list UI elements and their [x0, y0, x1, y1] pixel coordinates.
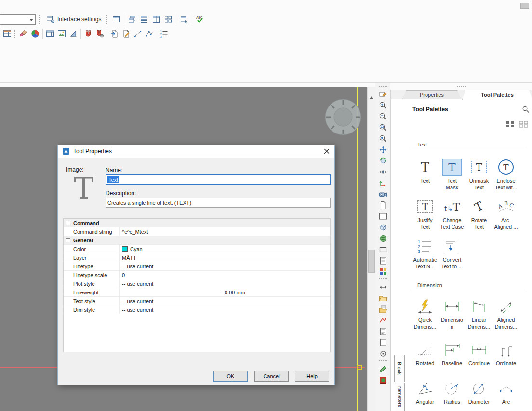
- folder-open-icon[interactable]: [379, 294, 387, 303]
- axes-icon[interactable]: [379, 179, 387, 187]
- tool-automatic-text-numbering[interactable]: 1 2 3 Automatic Text N...: [412, 236, 439, 270]
- toolbar-separator-handle[interactable]: [379, 360, 387, 362]
- toolbar-drag-handle[interactable]: [39, 15, 41, 24]
- spell-check-icon[interactable]: ABC: [196, 15, 204, 24]
- property-row-text-style[interactable]: Text style -- use current: [64, 297, 330, 305]
- ref-edit-icon[interactable]: [379, 90, 387, 99]
- layout-icon[interactable]: [379, 212, 387, 221]
- collapse-minus-icon[interactable]: [66, 238, 70, 242]
- table-style-icon[interactable]: [3, 29, 12, 38]
- tool-arc-aligned-text[interactable]: A B C Arc- Aligned ...: [492, 196, 519, 230]
- zoom-window-icon[interactable]: [379, 123, 387, 132]
- tool-rotate-text[interactable]: T Rotate Text: [466, 196, 492, 230]
- property-row-dim-style[interactable]: Dim style -- use current: [64, 305, 330, 314]
- property-row-linetype-scale[interactable]: Linetype scale 0: [64, 271, 330, 279]
- color-grid-icon[interactable]: [379, 267, 387, 276]
- description-input[interactable]: Creates a single line of text. (TEXT): [106, 198, 331, 208]
- quick-access-combo[interactable]: [0, 14, 36, 25]
- numbered-text-icon[interactable]: 123: [160, 29, 169, 38]
- tool-text[interactable]: T Text: [412, 157, 439, 185]
- tool-angular-dimension[interactable]: Angular: [412, 378, 439, 406]
- tool-ordinate-dimension[interactable]: Ordinate: [492, 339, 519, 367]
- tool-change-text-case[interactable]: t T Change Text Case: [439, 196, 466, 230]
- tool-linear-dimension[interactable]: Linear Dimens...: [466, 296, 492, 330]
- doc-import-icon[interactable]: [110, 29, 119, 38]
- swatch-red-green-icon[interactable]: [379, 376, 387, 384]
- doc-edit-icon[interactable]: [122, 29, 131, 38]
- property-row-layer[interactable]: Layer MÅTT: [64, 253, 330, 262]
- polyline-icon[interactable]: [145, 29, 154, 38]
- target-icon[interactable]: [379, 349, 387, 358]
- tab-properties[interactable]: Properties: [402, 90, 461, 99]
- cube-icon[interactable]: [379, 223, 387, 232]
- pencil-green-icon[interactable]: [379, 365, 387, 373]
- close-icon[interactable]: [324, 148, 330, 154]
- brush-icon[interactable]: [19, 29, 28, 38]
- tool-arc-dimension[interactable]: Arc: [492, 378, 519, 406]
- minimized-window-button[interactable]: [520, 3, 529, 9]
- chart-icon[interactable]: [69, 29, 78, 38]
- tool-dimension[interactable]: Dimensio n: [439, 296, 466, 330]
- view-list-icon[interactable]: [519, 120, 529, 128]
- property-row-color[interactable]: Color Cyan: [64, 245, 330, 253]
- collapse-minus-icon[interactable]: [66, 221, 70, 225]
- toolbar-separator-handle[interactable]: [379, 278, 387, 280]
- toolbar-drag-handle[interactable]: [14, 30, 16, 38]
- canvas-vertical-scrollbar[interactable]: [367, 87, 375, 411]
- navigation-wheel[interactable]: [324, 98, 362, 136]
- property-row-plot-style[interactable]: Plot style -- use current: [64, 279, 330, 288]
- tool-convert-text[interactable]: Convert Text to ...: [439, 236, 466, 270]
- palette-group-tab-parameters[interactable]: rameters: [395, 383, 405, 411]
- sheet-icon[interactable]: [379, 201, 387, 210]
- pan-icon[interactable]: [379, 146, 387, 154]
- scroll-up-button[interactable]: [368, 93, 375, 101]
- panel-drag-handle[interactable]: [457, 86, 466, 88]
- table-image-icon[interactable]: [57, 29, 66, 38]
- tool-baseline-dimension[interactable]: Baseline: [439, 339, 466, 367]
- grip-marker[interactable]: [357, 365, 362, 370]
- camera-icon[interactable]: [379, 190, 387, 199]
- tool-radius-dimension[interactable]: Radius: [439, 378, 466, 406]
- magnet-settings-icon[interactable]: [95, 29, 104, 38]
- name-input[interactable]: Text: [106, 174, 331, 185]
- tool-text-mask[interactable]: T Text Mask: [439, 157, 466, 191]
- windows-tile-horizontal-icon[interactable]: [140, 15, 148, 24]
- zoom-out-icon[interactable]: [379, 112, 387, 121]
- ok-button[interactable]: OK: [213, 371, 248, 382]
- windows-cascade-icon[interactable]: [128, 15, 136, 24]
- tool-aligned-dimension[interactable]: Aligned Dimens...: [492, 296, 519, 330]
- palette-group-tab-block[interactable]: Block: [394, 355, 405, 382]
- tool-continue-dimension[interactable]: Continue: [466, 339, 492, 367]
- tool-justify-text[interactable]: T Justify Text: [412, 196, 439, 230]
- tool-rotated-dimension[interactable]: Rotated: [412, 339, 439, 367]
- folder-docs-icon[interactable]: [379, 305, 387, 314]
- sphere-icon[interactable]: [379, 234, 387, 243]
- property-row-linetype[interactable]: Linetype -- use current: [64, 262, 330, 271]
- windows-tile-vertical-icon[interactable]: [152, 15, 160, 24]
- resize-h-icon[interactable]: [379, 283, 387, 292]
- zoom-extents-icon[interactable]: [379, 134, 387, 143]
- windows-arrange-icon[interactable]: [164, 15, 173, 24]
- property-group-command[interactable]: Command: [64, 219, 330, 227]
- tab-tool-palettes[interactable]: Tool Palettes: [462, 90, 532, 100]
- property-group-general[interactable]: General: [64, 236, 330, 245]
- doc-plain-icon[interactable]: [379, 338, 387, 347]
- doc-lines-icon[interactable]: [379, 327, 387, 336]
- line-icon[interactable]: [133, 29, 142, 38]
- view-icons-icon[interactable]: [505, 120, 515, 128]
- property-row-lineweight[interactable]: Lineweight 0.00 mm: [64, 288, 330, 297]
- toolbar-drag-handle[interactable]: [379, 86, 387, 88]
- search-icon[interactable]: [522, 106, 530, 113]
- orbit-icon[interactable]: [379, 157, 387, 165]
- window-switch-icon[interactable]: [180, 15, 188, 24]
- property-row-command-string[interactable]: Command string ^c^c_Mtext: [64, 227, 330, 236]
- toolbar-drag-handle[interactable]: [106, 15, 108, 24]
- magnet-icon[interactable]: [84, 29, 93, 38]
- page-icon[interactable]: [379, 256, 387, 265]
- window-new-icon[interactable]: [112, 15, 120, 24]
- dialog-title-bar[interactable]: Tool Properties: [58, 145, 334, 158]
- color-wheel-icon[interactable]: [31, 29, 40, 38]
- zoom-in-icon[interactable]: [379, 101, 387, 110]
- table-icon[interactable]: [46, 29, 54, 38]
- scrollbar-thumb[interactable]: [368, 250, 375, 273]
